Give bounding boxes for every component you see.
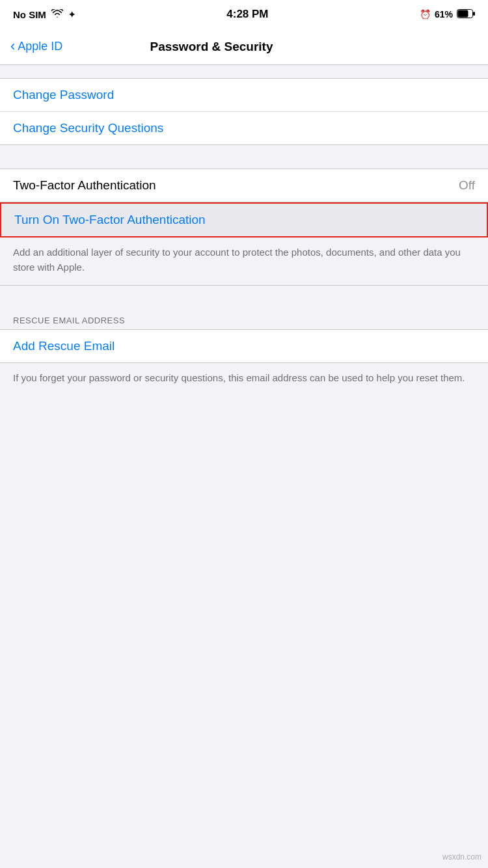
svg-rect-1 bbox=[458, 10, 468, 17]
change-password-item[interactable]: Change Password bbox=[0, 79, 488, 112]
two-factor-description: Add an additional layer of security to y… bbox=[0, 237, 488, 286]
turn-on-two-factor-row[interactable]: Turn On Two-Factor Authentication bbox=[0, 202, 488, 237]
rescue-email-section-label: RESCUE EMAIL ADDRESS bbox=[0, 309, 488, 329]
battery-icon bbox=[457, 9, 475, 20]
status-time: 4:28 PM bbox=[226, 8, 268, 21]
two-factor-header-row: Two-Factor Authentication Off bbox=[0, 169, 488, 202]
status-right: ⏰ 61% bbox=[420, 9, 475, 20]
loading-icon: ✦ bbox=[68, 10, 75, 20]
change-security-questions-item[interactable]: Change Security Questions bbox=[0, 112, 488, 144]
status-left: No SIM ✦ bbox=[13, 9, 75, 20]
section-gap-2 bbox=[0, 286, 488, 309]
battery-percent: 61% bbox=[435, 9, 453, 20]
section-gap-1 bbox=[0, 145, 488, 169]
turn-on-label: Turn On Two-Factor Authentication bbox=[14, 213, 206, 226]
two-factor-status: Off bbox=[459, 178, 475, 193]
status-bar: No SIM ✦ 4:28 PM ⏰ 61% bbox=[0, 0, 488, 29]
carrier-label: No SIM bbox=[13, 9, 46, 20]
content-area: Change Password Change Security Question… bbox=[0, 65, 488, 399]
account-actions-section: Change Password Change Security Question… bbox=[0, 78, 488, 145]
watermark: wsxdn.com bbox=[442, 852, 481, 861]
rescue-email-description: If you forget your password or security … bbox=[0, 363, 488, 399]
add-rescue-email-item[interactable]: Add Rescue Email bbox=[0, 330, 488, 362]
rescue-email-section: Add Rescue Email bbox=[0, 329, 488, 363]
svg-rect-2 bbox=[473, 12, 475, 16]
alarm-icon: ⏰ bbox=[420, 9, 431, 20]
page-title: Password & Security bbox=[10, 40, 413, 54]
two-factor-label: Two-Factor Authentication bbox=[13, 178, 156, 193]
wifi-icon bbox=[51, 9, 63, 20]
navigation-bar: ‹ Apple ID Password & Security bbox=[0, 29, 488, 65]
